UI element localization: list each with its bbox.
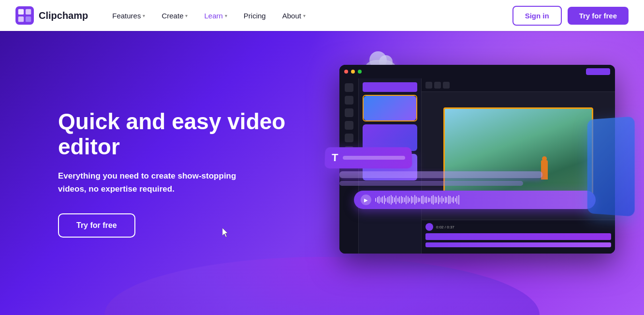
wave-bar (404, 197, 405, 202)
logo-icon (15, 6, 34, 25)
wave-bar (438, 195, 439, 204)
float-audio-bar: ▶ (354, 191, 596, 209)
svg-rect-0 (15, 6, 34, 25)
hero-section: Quick and easy video editor Everything y… (0, 31, 644, 315)
wave-bar (402, 197, 403, 203)
wave-bar (406, 195, 407, 204)
text-tool-icon: T (332, 151, 338, 164)
about-chevron-icon: ▾ (303, 13, 306, 18)
svg-rect-1 (18, 9, 24, 15)
wave-bar (431, 196, 432, 204)
wave-bar (424, 197, 425, 203)
logo-link[interactable]: Clipchamp (15, 6, 88, 25)
tryfree-hero-button[interactable]: Try for free (58, 213, 135, 238)
navbar-actions: Sign in Try for free (512, 6, 629, 26)
timeline-video-track (425, 233, 611, 240)
audio-waveform (375, 195, 589, 205)
timeline-time: 0:02 / 0:37 (436, 225, 454, 229)
wave-bar (379, 196, 380, 204)
window-max-dot (358, 70, 362, 74)
panel-thumb-1 (363, 95, 417, 121)
topbar-right (586, 68, 610, 75)
wave-bar (375, 198, 376, 202)
wave-bar (452, 197, 453, 202)
sidebar-icon-3 (345, 108, 353, 117)
wave-bar (389, 196, 390, 204)
audio-play-button: ▶ (361, 195, 371, 205)
wave-bar (382, 196, 383, 203)
float-timeline-bar-1 (339, 171, 542, 178)
wave-bar (399, 196, 400, 203)
toolbar-btn-2 (434, 82, 441, 89)
wave-bar (421, 196, 422, 204)
wave-bar (419, 198, 420, 202)
wave-bar (397, 198, 398, 202)
hero-subtitle: Everything you need to create show-stopp… (58, 169, 261, 195)
timeline-audio-track (425, 242, 611, 247)
canvas-video-preview (443, 107, 593, 204)
toolbar-btn-3 (443, 82, 450, 89)
cursor-icon (222, 228, 229, 238)
wave-bar (443, 198, 444, 202)
create-chevron-icon: ▾ (185, 13, 188, 18)
wave-bar (433, 195, 434, 205)
thumb-bg-1 (364, 96, 416, 120)
wave-bar (455, 198, 456, 202)
wave-bar (446, 197, 447, 203)
wave-bar (408, 196, 409, 203)
float-tablet-card (587, 116, 635, 216)
features-chevron-icon: ▾ (143, 13, 145, 18)
wave-bar (409, 198, 410, 202)
toolbar-btn-1 (425, 82, 432, 89)
nav-learn[interactable]: Learn ▾ (197, 8, 234, 24)
timeline-play-btn (425, 223, 433, 231)
hero-title: Quick and easy video editor (58, 108, 309, 160)
timeline-controls: 0:02 / 0:37 (425, 223, 611, 231)
wave-bar (450, 196, 451, 204)
video-bg-landscape (445, 109, 592, 203)
svg-rect-2 (26, 9, 31, 15)
wave-bar (394, 197, 395, 202)
wave-bar (381, 197, 381, 202)
wave-bar (412, 197, 413, 203)
editor-toolbar (422, 78, 615, 92)
wave-bar (387, 197, 388, 203)
nav-about[interactable]: About ▾ (276, 8, 312, 24)
wave-bar (435, 196, 436, 203)
signin-button[interactable]: Sign in (512, 6, 562, 26)
wave-bar (445, 196, 446, 203)
nav-features[interactable]: Features ▾ (105, 8, 152, 24)
wave-bar (429, 198, 430, 202)
text-tool-bar (343, 156, 405, 160)
wave-bar (401, 196, 402, 204)
wave-bar (384, 195, 385, 204)
float-text-tool: T (324, 147, 412, 168)
sidebar-icon-1 (345, 83, 353, 92)
wave-bar (428, 197, 429, 202)
nav-pricing[interactable]: Pricing (237, 8, 273, 24)
tryfree-nav-button[interactable]: Try for free (568, 7, 629, 25)
wave-bar (456, 196, 457, 204)
wave-bar (377, 197, 378, 203)
logo-text: Clipchamp (39, 10, 88, 21)
wave-bar (418, 197, 419, 202)
sidebar-icon-4 (345, 121, 353, 130)
hero-content: Quick and easy video editor Everything y… (58, 108, 309, 237)
navbar: Clipchamp Features ▾ Create ▾ Learn ▾ Pr… (0, 0, 644, 31)
wave-bar (436, 197, 437, 203)
hero-illustration: 0:02 / 0:37 T ▶ (325, 50, 625, 297)
wave-bar (395, 195, 396, 204)
topbar-export-btn (586, 68, 610, 75)
wave-bar (439, 197, 440, 202)
wave-bar (391, 195, 392, 205)
wave-bar (392, 196, 393, 203)
wave-bar (458, 195, 459, 205)
editor-timeline: 0:02 / 0:37 (422, 220, 615, 254)
wave-bar (426, 196, 427, 203)
wave-bar (453, 196, 454, 203)
nav-create[interactable]: Create ▾ (155, 8, 194, 24)
wave-bar (416, 196, 417, 203)
panel-search-bar (363, 82, 417, 92)
sidebar-icon-2 (345, 96, 353, 105)
wave-bar (414, 195, 415, 205)
